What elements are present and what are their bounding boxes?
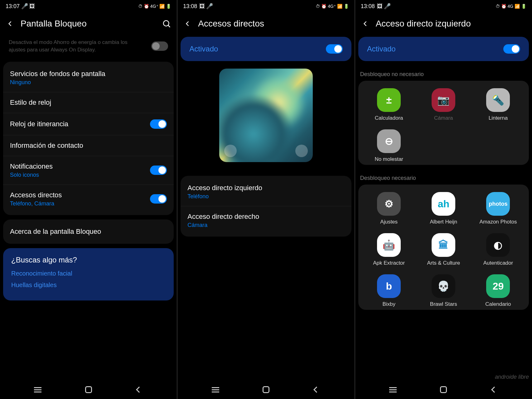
mic-icon: 🎤 — [385, 4, 390, 9]
app-label: Brawl Stars — [430, 301, 457, 307]
status-bar: 13:07 🎤 🖼 ⏱ ⏰ 4G⁺ 📶 🔋 — [0, 0, 177, 12]
screen-left-shortcut-picker: 13:08 🖼 🎤 ⏱ ⏰ 4G 📶 🔋 Acceso directo izqu… — [355, 0, 532, 399]
nav-back-icon[interactable] — [312, 385, 322, 395]
app-icon: 🏛 — [432, 233, 455, 257]
status-time: 13:08 — [361, 3, 375, 10]
header: Pantalla Bloqueo — [0, 12, 177, 35]
page-title: Accesos directos — [198, 19, 349, 29]
back-icon[interactable] — [361, 19, 370, 28]
link-fingerprints[interactable]: Huellas digitales — [11, 281, 166, 289]
nav-recent-icon[interactable] — [388, 385, 398, 395]
app-icon: ah — [432, 192, 455, 216]
back-icon[interactable] — [183, 19, 192, 28]
item-left-shortcut[interactable]: Acceso directo izquierdo Teléfono — [181, 178, 351, 206]
app-icon: 🔦 — [486, 88, 510, 112]
group-unlock-label: Desbloqueo necesario — [355, 169, 532, 185]
mic-icon: 🎤 — [207, 4, 212, 9]
app-label: Bixby — [382, 301, 395, 307]
item-always-on-display: Desactiva el modo Ahorro de energía o ca… — [3, 35, 174, 57]
nav-bar — [355, 380, 532, 399]
item-shortcuts[interactable]: Accesos directos Teléfono, Cámara — [3, 185, 174, 213]
toggle-notifications[interactable] — [150, 166, 167, 175]
app-icon: ⊖ — [377, 129, 401, 153]
item-contact-info[interactable]: Información de contacto — [3, 135, 174, 156]
header: Accesos directos — [177, 12, 354, 35]
preview-phone-icon — [224, 145, 237, 157]
app-icon: ⚙ — [377, 192, 401, 216]
nav-back-icon[interactable] — [134, 385, 144, 395]
item-notifications[interactable]: Notificaciones Solo iconos — [3, 156, 174, 185]
app-cámara[interactable]: 📷Cámara — [418, 88, 469, 121]
screen-shortcuts: 13:08 🖼 🎤 ⏱ ⏰ 4G⁺ 📶 🔋 Accesos directos A… — [177, 0, 354, 399]
tip-title: ¿Buscas algo más? — [11, 256, 166, 264]
image-icon: 🖼 — [377, 4, 382, 9]
status-time: 13:07 — [6, 3, 20, 10]
group-no-unlock-label: Desbloqueo no necesario — [355, 65, 532, 81]
tip-section: ¿Buscas algo más? Reconocimiento facial … — [3, 248, 174, 300]
app-apk-extractor[interactable]: 🤖Apk Extractor — [364, 233, 414, 266]
watermark: androide libre — [495, 374, 529, 380]
mic-icon: 🎤 — [22, 4, 27, 9]
app-icon: 📷 — [432, 88, 455, 112]
app-label: Amazon Photos — [479, 219, 517, 225]
app-brawl-stars[interactable]: 💀Brawl Stars — [418, 274, 469, 307]
image-icon: 🖼 — [30, 4, 35, 9]
nav-home-icon[interactable] — [84, 385, 94, 395]
app-label: Ajustes — [380, 219, 398, 225]
app-icon: photos — [486, 192, 510, 216]
toggle-aod — [151, 41, 168, 51]
app-bixby[interactable]: bBixby — [364, 274, 414, 307]
wallpaper-preview — [219, 69, 313, 162]
search-icon[interactable] — [162, 19, 171, 28]
link-facial-recognition[interactable]: Reconocimiento facial — [11, 270, 166, 277]
item-right-shortcut[interactable]: Acceso directo derecho Cámara — [181, 206, 351, 235]
app-calculadora[interactable]: ±Calculadora — [364, 88, 414, 121]
app-label: Calendario — [485, 301, 511, 307]
app-amazon-photos[interactable]: photosAmazon Photos — [473, 192, 523, 225]
toggle-roaming-clock[interactable] — [150, 119, 167, 129]
activated-label: Activado — [189, 45, 218, 53]
app-label: Apk Extractor — [373, 260, 405, 266]
status-right-icons: ⏱ ⏰ 4G⁺ 📶 🔋 — [316, 4, 349, 9]
app-icon: 🤖 — [377, 233, 401, 257]
back-icon[interactable] — [6, 19, 14, 28]
toggle-master[interactable] — [326, 44, 343, 54]
app-calendario[interactable]: 29Calendario — [473, 274, 523, 307]
item-roaming-clock[interactable]: Reloj de itinerancia — [3, 113, 174, 135]
app-grid-no-unlock: ±Calculadora📷Cámara🔦Linterna⊖No molestar — [358, 81, 529, 165]
app-label: Arts & Culture — [427, 260, 460, 266]
app-linterna[interactable]: 🔦Linterna — [473, 88, 523, 121]
app-autenticador[interactable]: ◐Autenticador — [473, 233, 523, 266]
lockscreen-preview — [181, 65, 351, 171]
image-icon: 🖼 — [200, 4, 205, 9]
item-about-lockscreen[interactable]: Acerca de la pantalla Bloqueo — [3, 221, 174, 242]
app-label: Linterna — [489, 115, 508, 121]
app-grid-unlock: ⚙AjustesahAlbert HeijnphotosAmazon Photo… — [358, 185, 529, 310]
nav-bar — [0, 380, 177, 399]
item-clock-style[interactable]: Estilo de reloj — [3, 92, 174, 113]
nav-recent-icon[interactable] — [210, 385, 220, 395]
screen-lockscreen-settings: 13:07 🎤 🖼 ⏱ ⏰ 4G⁺ 📶 🔋 Pantalla Bloqueo D… — [0, 0, 177, 399]
app-icon: ± — [377, 88, 401, 112]
status-right-icons: ⏱ ⏰ 4G 📶 🔋 — [496, 4, 526, 9]
nav-home-icon[interactable] — [438, 385, 448, 395]
activated-label: Activado — [367, 45, 396, 53]
nav-home-icon[interactable] — [261, 385, 271, 395]
toggle-master[interactable] — [503, 44, 520, 54]
app-icon: ◐ — [486, 233, 510, 257]
toggle-shortcuts[interactable] — [150, 194, 167, 204]
nav-back-icon[interactable] — [489, 385, 499, 395]
status-bar: 13:08 🖼 🎤 ⏱ ⏰ 4G⁺ 📶 🔋 — [177, 0, 354, 12]
page-title: Acceso directo izquierdo — [376, 19, 526, 29]
app-ajustes[interactable]: ⚙Ajustes — [364, 192, 414, 225]
svg-point-0 — [163, 21, 169, 26]
app-label: Autenticador — [483, 260, 513, 266]
app-albert-heijn[interactable]: ahAlbert Heijn — [418, 192, 469, 225]
status-right-icons: ⏱ ⏰ 4G⁺ 📶 🔋 — [138, 4, 171, 9]
app-label: Cámara — [434, 115, 453, 121]
app-no-molestar[interactable]: ⊖No molestar — [364, 129, 414, 162]
app-arts-&-culture[interactable]: 🏛Arts & Culture — [418, 233, 469, 266]
nav-recent-icon[interactable] — [33, 385, 43, 395]
activated-banner: Activado — [181, 37, 351, 61]
item-wallpaper-services[interactable]: Servicios de fondos de pantalla Ninguno — [3, 64, 174, 92]
